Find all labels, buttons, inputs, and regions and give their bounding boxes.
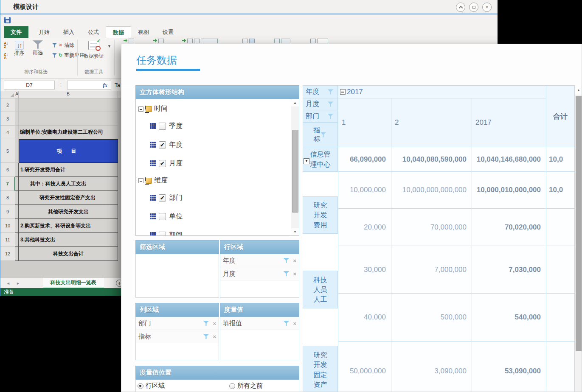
row-number-8[interactable]: 8 <box>0 191 15 205</box>
scroll-down-icon[interactable]: ▼ <box>291 228 299 235</box>
collapse-icon[interactable] <box>138 178 143 183</box>
remove-icon[interactable]: × <box>293 320 296 327</box>
cell-a10[interactable] <box>15 219 19 233</box>
row-number-7[interactable]: 7 <box>0 177 15 191</box>
row-number-2[interactable]: 2 <box>0 98 15 112</box>
tree-scroll-thumb[interactable] <box>292 130 298 213</box>
cell-b7[interactable]: 其中：科技人员人工支出 <box>19 177 118 191</box>
cell-a11[interactable] <box>15 233 19 247</box>
pivot-scroll-thumb[interactable] <box>576 96 582 351</box>
filter-funnel-icon[interactable] <box>283 258 289 263</box>
tree-item-2-3[interactable]: 期间 <box>138 226 299 236</box>
cell-b12[interactable]: 科技支出合计 <box>19 247 118 261</box>
column-header-a[interactable]: A <box>15 91 19 98</box>
sheet-nav-arrows[interactable]: ◄► <box>6 281 26 286</box>
cell-b5[interactable]: 项 目 <box>19 139 118 163</box>
tree-item-2-2[interactable]: 单位 <box>138 207 299 226</box>
radio-unselected[interactable] <box>229 383 235 389</box>
validation-dropdown-caret[interactable]: ▼ <box>107 44 111 48</box>
cell-a6[interactable] <box>15 163 19 177</box>
cell-a9[interactable] <box>15 205 19 219</box>
cell-b3[interactable] <box>19 112 118 126</box>
expand-icon[interactable]: ▼ <box>304 158 309 164</box>
row-number-3[interactable]: 3 <box>0 112 15 126</box>
pivot-scroll-up-icon[interactable]: ▲ <box>575 85 582 95</box>
select-all-corner[interactable] <box>0 91 15 98</box>
filter-funnel-icon[interactable] <box>283 320 289 326</box>
filter-funnel-icon[interactable] <box>328 101 333 107</box>
collapse-icon[interactable] <box>340 89 346 95</box>
cell-b8[interactable]: 研究开发性固定资产支出 <box>19 191 118 205</box>
filter-funnel-icon[interactable] <box>328 89 333 95</box>
row-number-9[interactable]: 9 <box>0 205 15 219</box>
row-area-item-2[interactable]: 月度× <box>220 267 299 280</box>
ribbon-tab-7[interactable]: 设置 <box>156 26 180 38</box>
measure-pos-option-1[interactable]: 行区域 <box>138 382 165 390</box>
column-area-item-2[interactable]: 指标× <box>136 330 219 343</box>
data-validation-button[interactable]: 数据验证 <box>84 41 104 60</box>
cell-b10[interactable]: 2.购买新技术、科研设备等支出 <box>19 219 118 233</box>
insert-function-button[interactable]: fx <box>67 81 111 90</box>
row-area-item-1[interactable]: 年度× <box>220 254 299 267</box>
cell-a5[interactable] <box>15 139 19 163</box>
maximize-button[interactable] <box>469 3 478 12</box>
measure-area-item-1[interactable]: 填报值× <box>220 317 299 330</box>
tree-item-1-1[interactable]: 季度 <box>138 117 299 135</box>
ribbon-tab-6[interactable]: 视图 <box>131 26 156 38</box>
checkbox-checked[interactable]: ✔ <box>159 160 166 167</box>
tree-group-1[interactable]: 时间 <box>138 101 299 117</box>
cell-a3[interactable] <box>15 112 19 126</box>
tree-group-2[interactable]: 维度 <box>138 173 299 188</box>
filter-funnel-icon[interactable] <box>321 132 326 138</box>
close-button[interactable]: × <box>482 3 492 12</box>
sort-za-icon[interactable]: Z↓A <box>4 53 8 59</box>
sort-az-icon[interactable]: A↓Z <box>4 42 8 48</box>
row-number-12[interactable]: 12 <box>0 247 15 261</box>
ribbon-tab-5[interactable]: 数据 <box>106 26 131 38</box>
checkbox-unchecked[interactable] <box>159 213 166 220</box>
tree-scrollbar[interactable]: ▲ ▼ <box>291 99 299 235</box>
tree-item-1-3[interactable]: ✔月度 <box>138 154 299 173</box>
filter-funnel-icon[interactable] <box>203 320 209 326</box>
save-icon[interactable] <box>4 17 11 23</box>
cell-b11[interactable]: 3.其他科技支出 <box>19 233 118 247</box>
sort-button[interactable]: ↓↑ 排序 <box>14 41 24 57</box>
remove-icon[interactable]: × <box>213 320 216 327</box>
remove-icon[interactable]: × <box>293 271 296 277</box>
collapse-icon[interactable] <box>138 106 143 112</box>
filter-funnel-icon[interactable] <box>203 333 209 339</box>
reapply-button[interactable]: ↻ 重新应用 <box>52 52 84 59</box>
cell-a2[interactable] <box>15 98 19 112</box>
cell-name-box[interactable]: D7 <box>4 81 55 90</box>
sheet-tab[interactable]: 科技支出明细一览表 <box>43 278 104 288</box>
cell-a7[interactable] <box>15 177 19 191</box>
row-number-10[interactable]: 10 <box>0 219 15 233</box>
scroll-up-icon[interactable]: ▲ <box>291 99 299 106</box>
cell-b6[interactable]: 1.研究开发费用合计 <box>19 163 118 177</box>
cell-a4[interactable] <box>15 126 19 139</box>
checkbox-checked[interactable]: ✔ <box>159 141 166 148</box>
ribbon-tab-4[interactable]: 公式 <box>81 26 106 38</box>
tree-item-2-1[interactable]: ✔部门 <box>138 188 299 207</box>
filter-area-body[interactable] <box>135 254 219 298</box>
ribbon-tab-1[interactable]: 文件 <box>4 26 28 38</box>
row-number-5[interactable]: 5 <box>0 139 15 163</box>
remove-icon[interactable]: × <box>293 258 296 264</box>
tree-item-1-2[interactable]: ✔年度 <box>138 135 299 154</box>
cell-b4[interactable]: 编制单位:安徽电力建设第二工程公司 <box>19 126 118 139</box>
cell-a8[interactable] <box>15 191 19 205</box>
clear-filter-button[interactable]: ✕ 清除 <box>52 42 74 49</box>
row-number-4[interactable]: 4 <box>0 126 15 139</box>
column-area-item-1[interactable]: 部门× <box>136 317 219 330</box>
remove-icon[interactable]: × <box>213 333 216 340</box>
filter-funnel-icon[interactable] <box>328 113 333 119</box>
minimize-button[interactable] <box>456 3 465 12</box>
ribbon-tab-2[interactable]: 开始 <box>32 26 56 38</box>
cell-b2[interactable] <box>19 98 118 112</box>
measure-pos-option-2[interactable]: 所有之前 <box>229 382 263 390</box>
cell-a12[interactable] <box>15 247 19 261</box>
column-header-b[interactable]: B <box>19 91 118 98</box>
filter-button[interactable]: 筛选 <box>33 40 43 56</box>
radio-selected[interactable] <box>138 383 143 389</box>
row-number-6[interactable]: 6 <box>0 163 15 177</box>
